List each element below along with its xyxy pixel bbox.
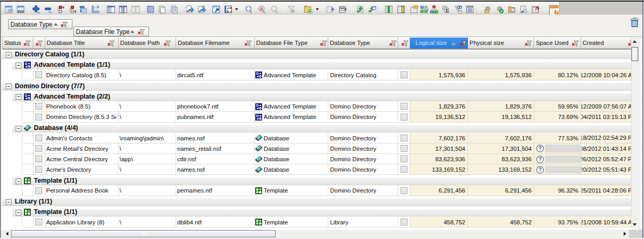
svg-text:?: ? bbox=[538, 157, 541, 162]
svg-text:?: ? bbox=[538, 167, 541, 173]
svg-text:?: ? bbox=[538, 146, 541, 151]
svg-text:Σ: Σ bbox=[445, 7, 449, 14]
svg-text:A: A bbox=[260, 6, 263, 11]
